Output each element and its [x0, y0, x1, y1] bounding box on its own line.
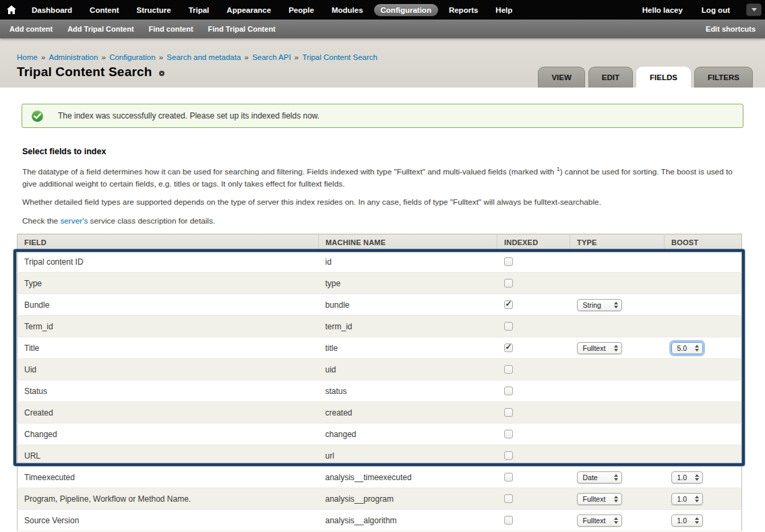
paragraph-text: The datatype of a field determines how i… [22, 167, 557, 176]
type-cell [570, 316, 665, 337]
type-select[interactable]: Fulltext [577, 514, 622, 527]
boost-cell [665, 402, 742, 424]
indexed-checkbox[interactable] [504, 516, 513, 525]
indexed-checkbox[interactable] [504, 473, 513, 481]
type-select[interactable]: String [577, 299, 622, 311]
breadcrumb-separator: » [98, 53, 109, 61]
paragraph-text: service class description for details. [88, 216, 215, 226]
up-down-arrows-icon [695, 474, 699, 481]
indexed-checkbox[interactable] [504, 300, 513, 309]
admin-menu-item-help[interactable]: Help [489, 4, 519, 16]
table-row-url: URLurl [18, 445, 742, 467]
admin-menu-item-structure[interactable]: Structure [130, 4, 178, 16]
edit-shortcuts-link[interactable]: Edit shortcuts [698, 25, 765, 33]
chevron-down-icon [752, 8, 757, 11]
indexed-checkbox[interactable] [504, 322, 513, 331]
tab-edit[interactable]: EDIT [588, 67, 633, 88]
up-down-arrows-icon [695, 517, 699, 524]
indexed-checkbox[interactable] [504, 387, 513, 395]
indexed-checkbox[interactable] [504, 279, 513, 288]
boost-select[interactable]: 1.0 [671, 471, 703, 484]
machine-name: term_id [319, 316, 497, 337]
up-down-arrows-icon [614, 496, 618, 502]
indexed-checkbox[interactable] [504, 451, 513, 460]
indexed-checkbox[interactable] [504, 257, 513, 266]
type-select[interactable]: Fulltext [577, 493, 622, 505]
column-header-machine-name: MACHINE NAME [319, 234, 497, 251]
shortcut-item-add-content[interactable]: Add content [2, 25, 60, 33]
boost-cell [665, 316, 742, 337]
type-select[interactable]: Fulltext [577, 342, 622, 354]
field-label: Status [18, 380, 319, 402]
type-cell [570, 424, 665, 445]
admin-menu-item-dashboard[interactable]: Dashboard [25, 4, 79, 16]
field-label: Tripal content ID [18, 251, 319, 273]
machine-name: changed [319, 424, 497, 445]
toolbar-toggle-button[interactable] [746, 3, 762, 16]
breadcrumb-link-home[interactable]: Home [17, 53, 38, 61]
select-value: Fulltext [583, 344, 611, 352]
admin-menu-item-modules[interactable]: Modules [325, 4, 370, 16]
boost-cell [665, 273, 742, 294]
indexed-checkbox[interactable] [504, 408, 513, 417]
breadcrumb-link-search-and-metadata[interactable]: Search and metadata [166, 53, 241, 61]
admin-toolbar: DashboardContentStructureTripalAppearanc… [0, 0, 765, 20]
type-cell [570, 402, 665, 424]
select-value: 1.0 [677, 517, 692, 525]
boost-select[interactable]: 1.0 [671, 493, 703, 505]
description-paragraph-3: Check the server's service class descrip… [22, 215, 741, 227]
boost-select[interactable]: 1.0 [671, 514, 703, 527]
home-icon[interactable] [0, 5, 23, 14]
breadcrumb-link-configuration[interactable]: Configuration [109, 53, 155, 61]
add-shortcut-icon[interactable] [159, 71, 164, 76]
boost-cell [665, 445, 742, 467]
server-link[interactable]: server's [60, 216, 88, 226]
boost-cell: 1.0 [665, 488, 742, 510]
indexed-checkbox[interactable] [504, 430, 513, 438]
type-cell [570, 273, 665, 294]
breadcrumb-link-tripal-content-search[interactable]: Tripal Content Search [302, 53, 377, 61]
table-row-type: Typetype [18, 273, 742, 294]
admin-menu-item-tripal[interactable]: Tripal [182, 4, 216, 16]
tab-view[interactable]: VIEW [538, 67, 584, 88]
type-select[interactable]: Date [577, 471, 622, 484]
indexed-checkbox[interactable] [504, 494, 513, 503]
breadcrumb-link-search-api[interactable]: Search API [252, 53, 291, 61]
field-label: Uid [18, 359, 319, 380]
field-label: Timeexecuted [18, 467, 319, 488]
user-greeting[interactable]: Hello lacey [636, 4, 690, 16]
boost-select[interactable]: 5.0 [671, 342, 703, 354]
tab-fields[interactable]: FIELDS [636, 67, 691, 88]
admin-menu-item-appearance[interactable]: Appearance [220, 4, 278, 16]
up-down-arrows-icon [614, 474, 618, 481]
shortcut-item-find-tripal-content[interactable]: Find Tripal Content [201, 25, 283, 33]
field-label: Changed [18, 424, 319, 445]
table-row-analysis-algorithm: Source Versionanalysis__algorithmFulltex… [18, 510, 742, 531]
boost-cell [665, 359, 742, 380]
indexed-checkbox[interactable] [504, 365, 513, 374]
field-label: Source Version [18, 510, 319, 531]
breadcrumb-separator: » [38, 53, 49, 61]
up-down-arrows-icon [614, 302, 618, 308]
breadcrumb-link-administration[interactable]: Administration [49, 53, 98, 61]
boost-cell [665, 294, 742, 316]
shortcut-item-add-tripal-content[interactable]: Add Tripal Content [60, 25, 141, 33]
indexed-cell [497, 445, 570, 467]
indexed-cell [497, 273, 570, 294]
machine-name: analysis__timeexecuted [319, 467, 497, 488]
tab-filters[interactable]: FILTERS [694, 67, 753, 88]
logout-link[interactable]: Log out [695, 4, 737, 16]
boost-cell [665, 251, 742, 273]
table-row-id: Tripal content IDid [18, 251, 742, 273]
indexed-cell [497, 380, 570, 402]
indexed-checkbox[interactable] [504, 343, 513, 352]
page-title: Tripal Content Search [17, 65, 152, 79]
type-cell [570, 445, 665, 467]
up-down-arrows-icon [695, 496, 699, 502]
admin-menu-item-reports[interactable]: Reports [442, 4, 485, 16]
indexed-cell [497, 316, 570, 337]
admin-menu-item-content[interactable]: Content [83, 4, 125, 16]
admin-menu-item-configuration[interactable]: Configuration [374, 4, 438, 16]
admin-menu-item-people[interactable]: People [282, 4, 321, 16]
shortcut-item-find-content[interactable]: Find content [142, 25, 201, 33]
